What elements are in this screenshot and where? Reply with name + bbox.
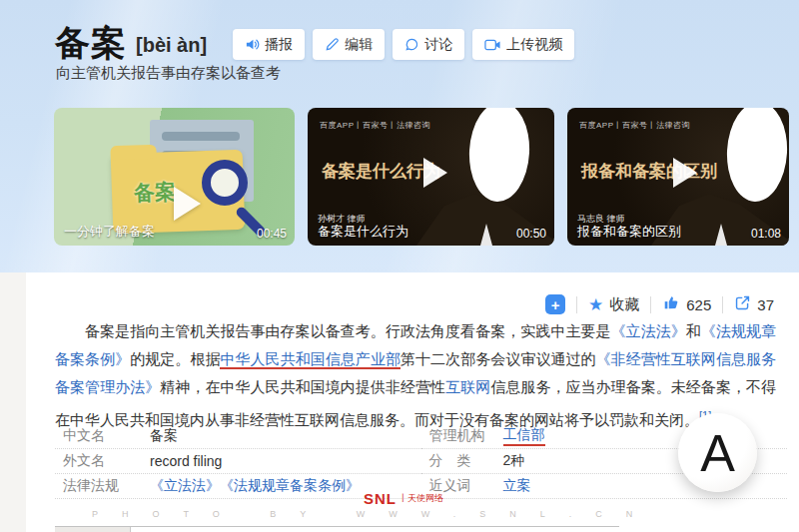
infobox-label: 管理机构	[429, 427, 503, 445]
font-size-float-button[interactable]: A	[678, 413, 757, 492]
share-button[interactable]: 37	[734, 294, 774, 315]
plus-button[interactable]: +	[545, 294, 565, 314]
play-icon	[174, 187, 201, 221]
header-buttons: 播报 编辑 讨论 上传视频	[225, 29, 574, 60]
table-first-cell	[55, 527, 131, 532]
blurred-face	[466, 108, 531, 204]
summary-text: 的规定。根据	[130, 350, 220, 367]
discuss-button[interactable]: 讨论	[393, 29, 464, 60]
pinyin-label: [bèi àn]	[136, 34, 207, 57]
infobox-label: 中文名	[63, 427, 150, 445]
infobox-link[interactable]: 《立法法》《法规规章备案条例》	[150, 477, 360, 495]
page-gutter	[0, 272, 26, 532]
like-count: 625	[686, 296, 711, 313]
broadcast-label: 播报	[265, 36, 293, 54]
infobox-value: 2种	[503, 452, 525, 470]
share-count: 37	[757, 296, 774, 313]
brand-bar: 百度APP丨百家号丨法律咨询	[320, 120, 430, 131]
summary-text: 精神，在中华人民共和国境内提供非经营性	[160, 378, 445, 395]
video-caption-row: 一分钟了解备案 00:45	[64, 223, 287, 241]
infobox-label: 外文名	[63, 452, 150, 470]
entry-subtitle: 向主管机关报告事由存案以备查考	[56, 64, 281, 83]
video-card-2[interactable]: 百度APP丨百家号丨法律咨询 备案是什么行为 孙树才 律师 备案是什么行为 00…	[308, 108, 554, 246]
summary-text: 第十二次部务会议审议通过的	[400, 350, 596, 367]
folder-label: 备案	[134, 178, 177, 207]
pencil-icon	[325, 37, 340, 52]
title-row: 备案 [bèi àn] 播报 编辑 讨论 上传视频	[55, 20, 574, 67]
infobox: 中文名 备案 管理机构 工信部 外文名 record filing 分 类 2种…	[55, 424, 787, 499]
share-icon	[734, 294, 751, 315]
thumbs-up-icon	[662, 293, 680, 315]
inline-link[interactable]: 《立法法》	[611, 322, 686, 339]
speaker-icon	[245, 37, 260, 52]
brand-bar: 百度APP丨百家号丨法律咨询	[579, 120, 690, 131]
divider	[576, 296, 577, 313]
favorite-button[interactable]: ★ 收藏	[588, 295, 639, 314]
video-caption-row: 备案是什么行为 00:50	[318, 223, 546, 241]
video-camera-icon	[484, 38, 501, 52]
summary-text: 和	[686, 322, 701, 339]
video-caption: 备案是什么行为	[318, 223, 408, 241]
video-caption: 一分钟了解备案	[64, 223, 155, 241]
chat-bubble-icon	[404, 37, 419, 52]
upload-video-button[interactable]: 上传视频	[472, 29, 574, 60]
inline-link[interactable]: 中华人民共和国信息产业部	[220, 350, 400, 369]
edit-label: 编辑	[345, 36, 373, 54]
page-title: 备案	[55, 20, 127, 67]
infobox-label: 分 类	[429, 452, 503, 470]
inline-link[interactable]: 互联网	[445, 378, 490, 395]
baike-entry-page: 备案 [bèi àn] 播报 编辑 讨论 上传视频	[0, 0, 799, 532]
infobox-label: 法律法规	[63, 477, 150, 495]
discuss-label: 讨论	[424, 36, 452, 54]
video-duration: 00:50	[516, 227, 546, 241]
infobox-value: record filing	[150, 453, 222, 469]
entry-content: + ★ 收藏 625 37 备案是指向主管机关报告事由存案以备查考。行政法角度看…	[26, 272, 799, 532]
edit-button[interactable]: 编辑	[313, 29, 385, 60]
star-icon: ★	[588, 296, 603, 313]
divider	[650, 296, 651, 313]
play-icon	[423, 158, 447, 188]
video-caption: 报备和备案的区别	[577, 223, 681, 241]
upload-video-label: 上传视频	[506, 36, 562, 54]
infobox-value: 备案	[150, 427, 178, 445]
video-duration: 01:08	[751, 227, 781, 241]
blurred-face	[724, 108, 789, 204]
table-top-border	[55, 526, 619, 527]
summary-text: 备案是指向主管机关报告事由存案以备查考。行政法角度看备案，实践中主要是	[85, 322, 611, 339]
broadcast-button[interactable]: 播报	[233, 29, 305, 60]
divider	[722, 296, 723, 313]
magnifier-icon	[202, 160, 248, 206]
infobox-row-foreign-name: 外文名 record filing	[55, 449, 421, 474]
entry-summary: 备案是指向主管机关报告事由存案以备查考。行政法角度看备案，实践中主要是《立法法》…	[55, 317, 776, 434]
video-card-1[interactable]: 备案 一分钟了解备案 00:45	[54, 108, 295, 246]
infobox-link[interactable]: 立案	[503, 477, 531, 495]
infobox-row-chinese-name: 中文名 备案	[55, 424, 421, 449]
like-button[interactable]: 625	[662, 293, 711, 315]
video-card-3[interactable]: 百度APP丨百家号丨法律咨询 报备和备案的区别 马志良 律师 报备和备案的区别 …	[567, 108, 789, 246]
video-duration: 00:45	[257, 227, 287, 241]
favorite-label: 收藏	[609, 295, 639, 314]
infobox-link[interactable]: 工信部	[503, 426, 545, 446]
entry-header: 备案 [bèi àn] 播报 编辑 讨论 上传视频	[0, 0, 799, 272]
photo-watermark: PHOTO BY WWW.SNL.CN	[92, 509, 656, 519]
red-watermark: SNL 丨天使网络	[364, 490, 443, 507]
video-caption-row: 报备和备案的区别 01:08	[577, 223, 781, 241]
play-icon	[673, 158, 697, 188]
entry-actions: + ★ 收藏 625 37	[545, 293, 774, 315]
